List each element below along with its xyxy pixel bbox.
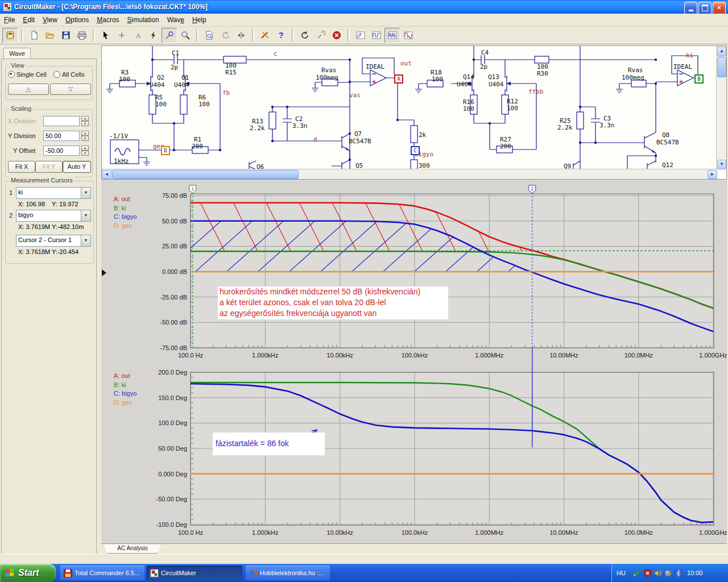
menu-simulation[interactable]: Simulation bbox=[123, 15, 163, 25]
taskbar-item-total-commander[interactable]: Total Commander 6.5... bbox=[60, 566, 144, 580]
bluetooth-icon[interactable] bbox=[674, 569, 682, 577]
place-part-button[interactable] bbox=[114, 28, 130, 43]
wire-tool-button[interactable] bbox=[146, 28, 162, 43]
annotation-line: az egységerősítés frekvenciája ugyanott … bbox=[220, 308, 448, 319]
y-division-label: Y Division bbox=[8, 132, 36, 139]
y-offset-input[interactable] bbox=[43, 146, 80, 156]
mixed-scope-button[interactable] bbox=[400, 28, 416, 43]
y-division-input[interactable] bbox=[43, 131, 80, 141]
svg-text:A: A bbox=[135, 31, 141, 40]
menu-view[interactable]: View bbox=[39, 15, 61, 25]
menu-file[interactable]: File bbox=[0, 15, 19, 25]
scroll-down-icon[interactable]: ▼ bbox=[717, 160, 726, 169]
tab-wave[interactable]: Wave bbox=[3, 48, 31, 60]
select-arrow-button[interactable] bbox=[98, 28, 114, 43]
curve-tracer-button[interactable] bbox=[353, 28, 369, 43]
print-button[interactable] bbox=[74, 28, 90, 43]
y-division-spinner[interactable]: ▲▼ bbox=[81, 131, 89, 141]
close-button[interactable]: × bbox=[713, 2, 726, 15]
x-tick-label: 1.000kHz bbox=[252, 352, 278, 359]
scrollbar-thumb[interactable] bbox=[112, 170, 299, 179]
find-part-button[interactable] bbox=[201, 28, 217, 43]
cursor-diff-select[interactable]: Cursor 2 - Cursor 1 ▼ bbox=[16, 235, 91, 247]
schematic-horizontal-scrollbar[interactable]: ◄ ► bbox=[102, 169, 717, 179]
x-division-spinner[interactable]: ▲▼ bbox=[81, 116, 89, 126]
save-button[interactable] bbox=[58, 28, 74, 43]
open-file-button[interactable] bbox=[42, 28, 58, 43]
menu-edit[interactable]: Edit bbox=[19, 15, 39, 25]
cursor-diff-readout: X: 3.7618M Y:-20.454 bbox=[18, 248, 78, 255]
x-tick-label: 100.0MHz bbox=[624, 352, 653, 359]
taskbar-item-circuitmaker[interactable]: CircuitMaker bbox=[147, 566, 242, 580]
annotation-line: a két terület azonos, csak el van tolva … bbox=[220, 297, 448, 308]
colors-icon[interactable] bbox=[633, 569, 642, 577]
probe-marker-b[interactable]: B bbox=[694, 74, 704, 84]
y-offset-spinner[interactable]: ▲▼ bbox=[81, 146, 89, 156]
start-button[interactable]: Start bbox=[0, 564, 56, 582]
minimize-button[interactable] bbox=[684, 2, 697, 15]
menu-wave[interactable]: Wave bbox=[163, 15, 188, 25]
component-label-q12: Q12 bbox=[662, 161, 673, 169]
probe-marker-a[interactable]: A bbox=[394, 74, 403, 84]
tab-ac-analysis[interactable]: AC Analysis bbox=[104, 544, 162, 554]
scrollbar-thumb[interactable] bbox=[717, 57, 726, 77]
mirror-button[interactable] bbox=[233, 28, 249, 43]
single-cell-radio[interactable]: Single Cell bbox=[8, 71, 47, 78]
fit-y-button[interactable]: Fit Y bbox=[35, 161, 63, 173]
cursor1-source-select[interactable]: ki ▼ bbox=[16, 187, 91, 199]
y-tick-label: 200.0 Deg bbox=[158, 369, 187, 376]
cell-down-button[interactable]: ▽ bbox=[50, 84, 91, 95]
component-label-200: 200 bbox=[500, 143, 511, 150]
all-cells-radio[interactable]: All Cells bbox=[53, 71, 85, 78]
fit-x-button[interactable]: Fit X bbox=[8, 161, 35, 173]
scroll-up-icon[interactable]: ▲ bbox=[717, 47, 726, 56]
analog-scope-button[interactable] bbox=[384, 28, 400, 43]
reset-simulation-button[interactable] bbox=[297, 28, 313, 43]
y-tick-label: -75.00 dB bbox=[160, 344, 187, 351]
rotate-button[interactable] bbox=[217, 28, 233, 43]
status-ball-icon[interactable] bbox=[664, 569, 672, 577]
probe-marker-c[interactable]: C bbox=[411, 146, 420, 155]
component-label-2k: 2k bbox=[419, 131, 426, 139]
panel-splitter-handle[interactable] bbox=[102, 269, 106, 276]
wave-board-toggle-button[interactable] bbox=[2, 28, 18, 43]
schematic-canvas[interactable]: C12pR3100Q2U404Q1U404R5100R6100100R15-1/… bbox=[101, 45, 727, 180]
component-label-q8: Q8 bbox=[662, 131, 669, 139]
language-indicator[interactable]: HU bbox=[617, 569, 626, 576]
cell-up-button[interactable]: △ bbox=[8, 84, 49, 95]
phase-legend: A: outB: kiC: bigyoD: gen bbox=[114, 372, 136, 407]
security-alert-icon[interactable] bbox=[643, 569, 652, 577]
menu-macros[interactable]: Macros bbox=[93, 15, 123, 25]
multimeter-button[interactable] bbox=[257, 28, 273, 43]
digital-scope-button[interactable] bbox=[369, 28, 384, 43]
probe-tool-button[interactable] bbox=[162, 28, 177, 43]
stop-simulation-button[interactable] bbox=[329, 28, 345, 43]
tools-button[interactable] bbox=[313, 28, 329, 43]
scaling-group: Scaling X Division ▲▼ Y Division ▲▼ Y Of… bbox=[5, 109, 93, 177]
restore-button[interactable] bbox=[698, 2, 712, 15]
schematic-vertical-scrollbar[interactable]: ▲ ▼ bbox=[716, 46, 726, 170]
x-division-input[interactable] bbox=[43, 116, 80, 126]
menu-options[interactable]: Options bbox=[61, 15, 93, 25]
taskbar-item-hobbielektronika[interactable]: Hobbielektronika.hu :... bbox=[246, 566, 330, 580]
net-label-out: out bbox=[400, 60, 412, 67]
probe-marker-d[interactable]: D bbox=[161, 146, 170, 155]
new-file-button[interactable] bbox=[26, 28, 42, 43]
phase-margin-annotation: fázistartalék = 86 fok bbox=[213, 433, 325, 455]
help-button[interactable]: ? bbox=[273, 28, 289, 43]
scroll-left-icon[interactable]: ◄ bbox=[102, 170, 111, 179]
y-tick-label: -25.00 dB bbox=[160, 294, 187, 301]
legend-item: C: bigyo bbox=[114, 213, 136, 222]
cursor1-number: 1 bbox=[9, 189, 13, 196]
text-tool-button[interactable]: A bbox=[130, 28, 146, 43]
scroll-right-icon[interactable]: ► bbox=[708, 170, 717, 179]
view-group-label: View bbox=[9, 62, 26, 69]
zoom-tool-button[interactable] bbox=[177, 28, 193, 43]
auto-y-button[interactable]: Auto Y bbox=[63, 161, 91, 173]
cursor2-source-select[interactable]: bigyo ▼ bbox=[16, 210, 91, 222]
menu-help[interactable]: Help bbox=[188, 15, 210, 25]
volume-icon[interactable] bbox=[653, 569, 662, 577]
legend-item: A: out bbox=[114, 372, 136, 381]
legend-item: C: bigyo bbox=[114, 389, 136, 398]
loop-gain-annotation: hurokerősítés mindkét módszerrel 50 dB (… bbox=[218, 286, 448, 319]
